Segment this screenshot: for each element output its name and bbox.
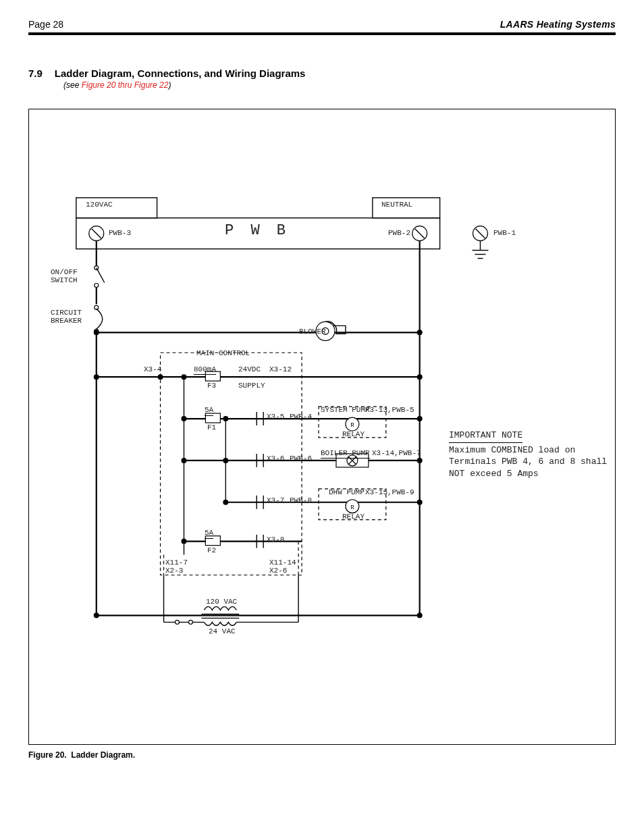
figure-20: .ln{stroke:#000;stroke-width:1.4;fill:no… xyxy=(28,109,616,745)
svg-point-24 xyxy=(417,330,423,335)
svg-point-29 xyxy=(94,374,99,380)
label-800ma: 800mA xyxy=(194,366,216,375)
page-number: Page 28 xyxy=(28,19,63,30)
label-f3: F3 xyxy=(207,382,216,390)
label-neutral: NEUTRAL xyxy=(381,201,412,209)
label-x312: X3-12 xyxy=(269,366,292,374)
label-24vac-xfmr: 24 VAC xyxy=(209,628,236,636)
label-120vac: 120VAC xyxy=(86,201,113,209)
label-pwb2: PWB-2 xyxy=(388,230,410,238)
label-pwb8: PWB-8 xyxy=(290,497,312,505)
svg-point-37 xyxy=(417,416,423,421)
label-pwb6: PWB-6 xyxy=(290,455,312,463)
label-x35: X3-5 xyxy=(267,413,284,421)
figure-text: Ladder Diagram. xyxy=(71,750,135,760)
svg-point-65 xyxy=(181,539,186,544)
pwb-1-screw-icon xyxy=(473,226,487,241)
label-x36: X3-6 xyxy=(267,455,284,463)
label-x117: X11-7 X2-3 xyxy=(165,559,188,575)
section-title: Ladder Diagram, Connections, and Wiring … xyxy=(55,68,306,79)
figure-cross-ref: Figure 20 thru Figure 22 xyxy=(82,80,169,90)
label-switch: ON/OFF SWITCH xyxy=(51,269,78,284)
svg-text:R: R xyxy=(350,504,354,511)
figure-label: Figure 20. xyxy=(28,750,67,760)
svg-point-80 xyxy=(176,620,180,624)
label-x313: X3-13,PWB-5 xyxy=(365,407,414,415)
label-f1: F1 xyxy=(207,424,216,432)
svg-point-45 xyxy=(181,458,186,463)
ladder-diagram-svg: .ln{stroke:#000;stroke-width:1.4;fill:no… xyxy=(29,109,615,744)
svg-point-16 xyxy=(95,283,99,287)
label-breaker: CIRCUIT BREAKER xyxy=(51,309,82,325)
brand: LAARS Heating Systems xyxy=(500,19,616,30)
label-supply: SUPPLY xyxy=(238,382,265,390)
svg-point-34 xyxy=(181,374,186,380)
section-see: (see Figure 20 thru Figure 22) xyxy=(63,80,616,90)
label-blower: BLOWER xyxy=(299,328,326,336)
label-x38: X3-8 xyxy=(267,536,284,544)
label-x34: X3-4 xyxy=(144,366,161,374)
label-x315: X3-15,PWB-9 xyxy=(365,489,414,497)
label-120vac-xfmr: 120 VAC xyxy=(206,598,237,606)
section-number: 7.9 xyxy=(28,68,43,79)
figure-caption: Figure 20. Ladder Diagram. xyxy=(28,750,616,760)
svg-point-73 xyxy=(417,613,423,618)
important-note: IMPORTANT NOTE Maximum COMBINED load on … xyxy=(449,429,615,479)
label-system-pump: SYSTEM PUMP xyxy=(321,407,370,415)
note-body: Maximum COMBINED load on Terminals PWB 4… xyxy=(449,445,607,479)
label-x314: X3-14,PWB-7 xyxy=(372,450,421,458)
section-7-9: 7.9 Ladder Diagram, Connections, and Wir… xyxy=(28,68,616,90)
label-x37: X3-7 xyxy=(267,497,284,505)
label-pwb1: PWB-1 xyxy=(493,230,516,238)
note-heading: IMPORTANT NOTE xyxy=(449,429,522,443)
svg-point-57 xyxy=(223,500,228,505)
pwb-2-screw-icon xyxy=(412,226,427,241)
label-pwb4: PWB-4 xyxy=(290,413,312,421)
svg-point-81 xyxy=(188,620,192,624)
svg-point-58 xyxy=(417,500,423,505)
svg-text:R: R xyxy=(350,422,354,429)
see-prefix: (see xyxy=(63,80,82,90)
label-pwb: P W B xyxy=(225,223,290,238)
pwb-3-screw-icon xyxy=(89,226,104,241)
see-suffix: ) xyxy=(168,80,171,90)
label-5a-f1: 5A xyxy=(205,407,213,416)
label-5a-f2: 5A xyxy=(205,529,213,539)
label-dhw-pump: DHW PUMP xyxy=(329,489,365,497)
label-pwb3: PWB-3 xyxy=(109,230,131,238)
label-24vdc: 24VDC xyxy=(238,366,261,374)
svg-point-30 xyxy=(158,374,163,380)
label-relay2: RELAY xyxy=(342,513,365,521)
svg-point-55 xyxy=(223,416,228,421)
label-f2: F2 xyxy=(207,547,216,555)
svg-point-47 xyxy=(417,458,423,463)
svg-point-23 xyxy=(94,330,99,335)
svg-point-31 xyxy=(417,374,423,380)
label-x1114: X11-14 X2-6 xyxy=(269,559,296,575)
svg-point-36 xyxy=(181,416,186,421)
svg-line-15 xyxy=(97,268,105,283)
label-relay1: RELAY xyxy=(342,431,365,439)
label-main-control: MAIN CONTROL xyxy=(196,350,250,358)
label-boiler-pump: BOILER PUMP xyxy=(321,450,370,459)
svg-point-72 xyxy=(94,613,99,618)
page-header: Page 28 LAARS Heating Systems xyxy=(28,19,616,35)
